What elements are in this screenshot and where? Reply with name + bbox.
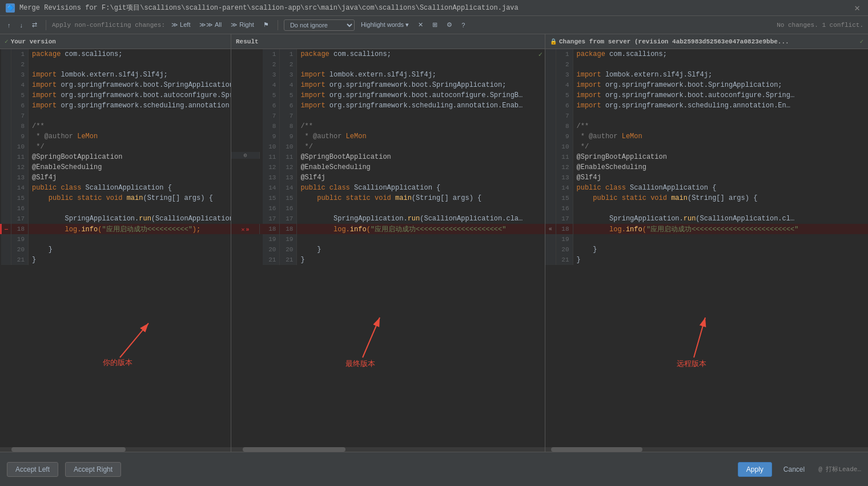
remote-version-label: 远程版本 bbox=[677, 359, 706, 369]
right-scrollbar[interactable] bbox=[545, 447, 868, 452]
your-version-label: 你的版本 bbox=[103, 358, 132, 368]
table-row: 33import lombok.extern.slf4j.Slf4j; bbox=[231, 70, 545, 80]
middle-pane: Result 11 package com.scallions; ✓ 22 33… bbox=[231, 34, 545, 452]
bottom-bar: Accept Left Accept Right Apply Cancel @ … bbox=[0, 452, 868, 486]
your-version-annotation: 你的版本 bbox=[103, 312, 171, 371]
table-row: 1212@EnableScheduling bbox=[231, 162, 545, 172]
up-arrow-button[interactable]: ↑ bbox=[5, 21, 14, 30]
table-row: 55import org.springframework.boot.autoco… bbox=[231, 90, 545, 101]
table-row: 11 package com.scallions; ✓ bbox=[231, 49, 545, 59]
right-scrollbar-thumb[interactable] bbox=[551, 447, 642, 452]
accept-right-button[interactable]: Accept Right bbox=[65, 462, 121, 477]
cancel-button[interactable]: Cancel bbox=[779, 463, 809, 476]
middle-code-area[interactable]: 11 package com.scallions; ✓ 22 33import … bbox=[231, 49, 545, 447]
table-row: 9 * @author LeMon bbox=[545, 131, 868, 142]
table-row: 7 bbox=[545, 111, 868, 121]
left-code-area[interactable]: 1package com.scallions; 2 3import lombok… bbox=[0, 49, 231, 447]
separator-2 bbox=[278, 20, 278, 30]
table-row: 17 SpringApplication.run(ScallionApplica… bbox=[1, 214, 231, 224]
table-row: 15 public static void main(String[] args… bbox=[545, 193, 868, 203]
middle-pane-header: Result bbox=[231, 34, 545, 49]
table-row: 1919 bbox=[231, 234, 545, 244]
table-row: 9 * @author LeMon bbox=[1, 131, 231, 142]
table-row: 20 } bbox=[545, 244, 868, 255]
table-row: 12@EnableScheduling bbox=[545, 162, 868, 172]
table-row: 16 bbox=[545, 203, 868, 214]
right-pane-title: Changes from server (revision 4ab25983d5… bbox=[559, 38, 789, 45]
flag-button[interactable]: ⚑ bbox=[260, 20, 272, 30]
table-row: 11@SpringBootApplication bbox=[545, 152, 868, 162]
table-row: 19 bbox=[1, 234, 231, 244]
table-row: 12@EnableScheduling bbox=[1, 162, 231, 172]
down-arrow-button[interactable]: ↓ bbox=[17, 21, 26, 30]
table-row: 2 bbox=[1, 59, 231, 70]
gear-icon-button[interactable]: ⚙ bbox=[444, 20, 455, 30]
table-row: 21} bbox=[545, 255, 868, 265]
table-row: 8/** bbox=[545, 121, 868, 131]
conflict-left-arr[interactable]: » bbox=[246, 227, 250, 233]
table-row: 16 bbox=[1, 203, 231, 214]
table-row: 19 bbox=[545, 234, 868, 244]
apply-button[interactable]: Apply bbox=[738, 462, 772, 477]
apply-left-button[interactable]: ≫ Left bbox=[168, 20, 193, 30]
table-row: 7 bbox=[1, 111, 231, 121]
table-row: 6import org.springframework.scheduling.a… bbox=[545, 101, 868, 111]
highlight-words-button[interactable]: Highlight words ▾ bbox=[358, 20, 412, 30]
table-row: 3import lombok.extern.slf4j.Slf4j; bbox=[1, 70, 231, 80]
left-pane-header: ✓ Your version bbox=[0, 34, 231, 49]
svg-line-4 bbox=[694, 318, 705, 358]
help-button[interactable]: ? bbox=[459, 21, 468, 30]
table-row: 15 public static void main(String[] args… bbox=[1, 193, 231, 203]
table-row: 44import org.springframework.boot.Spring… bbox=[231, 80, 545, 90]
left-scrollbar-thumb[interactable] bbox=[11, 447, 126, 452]
table-row: 20 } bbox=[1, 244, 231, 255]
accept-left-button[interactable]: Accept Left bbox=[7, 462, 58, 477]
table-row: 5import org.springframework.boot.autocon… bbox=[545, 90, 868, 101]
right-pane-header: 🔒 Changes from server (revision 4ab25983… bbox=[545, 34, 868, 49]
status-text: No changes. 1 conflict. bbox=[777, 22, 863, 29]
left-scrollbar[interactable] bbox=[0, 447, 231, 452]
conflict-x-btn[interactable]: ✕ bbox=[241, 226, 244, 233]
table-row: 1414public class ScallionApplication { bbox=[231, 183, 545, 193]
table-row: 17 SpringApplication.run(ScallionApplica… bbox=[545, 214, 868, 224]
toolbar-close-button[interactable]: ✕ bbox=[415, 20, 426, 30]
middle-scrollbar[interactable] bbox=[231, 447, 545, 452]
table-row: 13@Slf4j bbox=[1, 172, 231, 183]
title-text: Merge Revisions for F:\git项目\scallions\s… bbox=[19, 3, 852, 13]
close-button[interactable]: ✕ bbox=[852, 2, 862, 14]
left-pane-title: Your version bbox=[11, 38, 56, 45]
right-pane: 🔒 Changes from server (revision 4ab25983… bbox=[545, 34, 868, 452]
table-row: 14public class ScallionApplication { bbox=[545, 183, 868, 193]
table-row: 13@Slf4j bbox=[545, 172, 868, 183]
right-code-area[interactable]: 1package com.scallions; 2 3import lombok… bbox=[545, 49, 868, 447]
right-check-icon: ✓ bbox=[859, 38, 863, 45]
table-row: 3import lombok.extern.slf4j.Slf4j; bbox=[545, 70, 868, 80]
right-code-table: 1package com.scallions; 2 3import lombok… bbox=[545, 49, 868, 265]
ignore-dropdown[interactable]: Do not ignore Ignore whitespace bbox=[284, 19, 355, 31]
apply-label: Apply non-conflicting changes: bbox=[52, 22, 165, 29]
apply-right-button[interactable]: ≫ Right bbox=[228, 20, 257, 30]
final-version-annotation: 最终版本 bbox=[345, 312, 403, 365]
grid-icon-button[interactable]: ⊞ bbox=[429, 20, 440, 30]
title-bar: 🔷 Merge Revisions for F:\git项目\scallions… bbox=[0, 0, 868, 16]
svg-line-0 bbox=[120, 323, 148, 358]
table-row: 4import org.springframework.boot.SpringA… bbox=[1, 80, 231, 90]
remote-version-annotation: 远程版本 bbox=[677, 312, 734, 365]
middle-code-table: 11 package com.scallions; ✓ 22 33import … bbox=[231, 49, 545, 265]
app-icon: 🔷 bbox=[6, 3, 15, 13]
table-row: 2121} bbox=[231, 255, 545, 265]
table-row: 99 * @author LeMon bbox=[231, 131, 545, 142]
table-row: 10 */ bbox=[545, 142, 868, 152]
table-row: 1313@Slf4j bbox=[231, 172, 545, 183]
table-row: 8/** bbox=[1, 121, 231, 131]
panes-container: ✓ Your version 1package com.scallions; 2… bbox=[0, 34, 868, 452]
toolbar: ↑ ↓ ⇄ Apply non-conflicting changes: ≫ L… bbox=[0, 16, 868, 34]
apply-all-button[interactable]: ≫≫ All bbox=[196, 20, 224, 30]
separator-1 bbox=[46, 20, 46, 30]
swap-button[interactable]: ⇄ bbox=[29, 20, 40, 30]
table-row: 22 bbox=[231, 59, 545, 70]
middle-scrollbar-thumb[interactable] bbox=[243, 447, 345, 452]
table-row-conflict-middle: ✕ » 18 18 log.info("应用启动成功<<<<<<<<<<<<<<… bbox=[231, 224, 545, 234]
table-row: 77 bbox=[231, 111, 545, 121]
table-row: 1package com.scallions; bbox=[1, 49, 231, 59]
